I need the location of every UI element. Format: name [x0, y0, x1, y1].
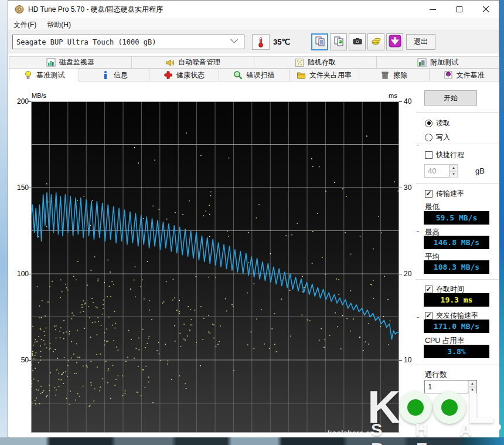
spin-up-icon[interactable]: ▲	[468, 381, 476, 387]
spin-down-icon[interactable]: ▼	[468, 387, 476, 393]
cpu-usage-value: 3.8%	[424, 345, 489, 358]
transfer-rate-label: 传输速率	[436, 189, 464, 199]
tab-label: 文件夹占用率	[309, 70, 352, 80]
tab-label: 随机存取	[308, 57, 336, 67]
drive-select[interactable]: Seagate BUP Ultra Touch (1000 gB)	[12, 35, 244, 49]
access-time-value: 19.3 ms	[424, 293, 489, 307]
passes-label: 通行数	[425, 370, 447, 380]
access-time-label: 存取时间	[436, 284, 464, 294]
short-stroke-option[interactable]: 快捷行程	[425, 150, 464, 159]
write-radio-label: 写入	[436, 133, 450, 142]
read-radio[interactable]	[425, 120, 433, 127]
access-time-option[interactable]: ✓ 存取时间	[425, 284, 464, 294]
tab-label: 文件基准	[457, 70, 485, 80]
minor-tick-mark	[417, 403, 419, 404]
tab-信息[interactable]: 信息	[79, 69, 149, 81]
short-stroke-checkbox[interactable]	[425, 151, 433, 159]
health-cross-icon	[164, 70, 173, 80]
chevron-down-icon	[230, 36, 238, 43]
minimize-button[interactable]	[420, 1, 446, 18]
passes-spinner[interactable]: 1 ▲▼	[424, 380, 477, 393]
avg-value: 108.3 MB/s	[424, 260, 489, 274]
titlebar[interactable]: HD Tune Pro 5.70 - 硬盘/固态硬盘实用程序	[8, 1, 499, 18]
tab-擦除[interactable]: 擦除	[359, 69, 429, 81]
right-axis-tick: 10	[404, 356, 420, 364]
separator	[416, 144, 499, 144]
tab-文件夹占用率[interactable]: 文件夹占用率	[290, 69, 359, 81]
spin-down-icon[interactable]: ▼	[449, 171, 458, 178]
menubar: 文件(F) 帮助(H)	[8, 18, 499, 31]
left-axis-tick: 200	[12, 97, 29, 106]
separator	[416, 365, 499, 365]
desktop-background-bottom	[0, 437, 504, 445]
tab-label: 健康状态	[176, 70, 205, 80]
tab-健康状态[interactable]: 健康状态	[149, 69, 219, 81]
download-button[interactable]	[386, 33, 403, 50]
tab-错误扫描[interactable]: 错误扫描	[219, 69, 289, 81]
tab-附加测试[interactable]: 附加测试	[377, 56, 499, 69]
separator	[416, 279, 499, 280]
minimize-icon	[430, 9, 436, 10]
left-axis-tick: 150	[12, 184, 29, 192]
max-value: 146.8 MB/s	[424, 236, 489, 249]
passes-value: 1	[425, 381, 468, 393]
right-axis-tick: 20	[404, 270, 420, 278]
file-benchmark-icon	[444, 70, 453, 80]
write-mode-option[interactable]: 写入	[425, 133, 450, 142]
folder-usage-icon	[297, 70, 306, 80]
spinner-arrows[interactable]: ▲▼	[449, 165, 458, 177]
hdd-app-icon	[15, 5, 24, 14]
tab-自动噪音管理[interactable]: 自动噪音管理	[132, 56, 254, 69]
menu-help[interactable]: 帮助(H)	[42, 18, 76, 31]
transfer-rate-checkbox[interactable]: ✓	[425, 190, 433, 198]
screenshot-camera-button[interactable]	[349, 33, 366, 50]
maximize-button[interactable]	[446, 1, 472, 18]
spin-up-icon[interactable]: ▲	[449, 165, 458, 171]
short-stroke-size-value: 40	[425, 165, 449, 177]
write-radio[interactable]	[425, 134, 433, 141]
access-time-checkbox[interactable]: ✓	[425, 286, 433, 293]
thermometer-icon	[257, 36, 264, 48]
right-axis-tick: 30	[404, 184, 420, 192]
burst-rate-checkbox[interactable]: ✓	[425, 312, 433, 320]
copy-image-button[interactable]	[330, 33, 347, 50]
tab-label: 擦除	[393, 70, 407, 80]
screenshot-camera-icon	[352, 36, 363, 48]
burst-rate-option[interactable]: ✓ 突发传输速率	[425, 311, 478, 320]
tab-文件基准[interactable]: 文件基准	[430, 69, 499, 81]
benchmark-bulb-icon	[23, 70, 33, 80]
burst-rate-value: 171.0 MB/s	[424, 320, 489, 333]
read-mode-option[interactable]: 读取	[425, 118, 450, 128]
tab-磁盘监视器[interactable]: 磁盘监视器	[9, 56, 132, 69]
logo-letter-o-green	[433, 391, 466, 424]
tab-label: 基准测试	[36, 70, 64, 80]
short-stroke-size-spinner[interactable]: 40 ▲▼	[424, 164, 458, 178]
disk-monitor-icon	[46, 58, 56, 67]
copy-image-icon	[333, 36, 344, 48]
start-button[interactable]: 开始	[424, 90, 477, 106]
window-title: HD Tune Pro 5.70 - 硬盘/固态硬盘实用程序	[28, 1, 163, 18]
copy-text-button[interactable]	[311, 33, 328, 50]
save-results-button[interactable]	[367, 33, 384, 50]
tab-基准测试[interactable]: 基准测试	[9, 68, 79, 82]
copy-text-icon	[315, 36, 325, 48]
screen: HD Tune Pro 5.70 - 硬盘/固态硬盘实用程序 文件(F) 帮助(…	[0, 0, 504, 445]
temperature-button[interactable]	[252, 34, 270, 50]
tick-mark	[399, 188, 402, 188]
tab-随机存取[interactable]: 随机存取	[254, 56, 377, 69]
short-stroke-label: 快捷行程	[436, 150, 464, 160]
tab-label: 错误扫描	[246, 70, 274, 80]
spinner-arrows[interactable]: ▲▼	[468, 381, 476, 393]
minor-tick-mark	[417, 317, 419, 318]
min-value: 59.5 MB/s	[424, 211, 489, 225]
erase-trash-icon	[380, 70, 390, 80]
random-access-icon	[295, 58, 304, 67]
desktop-background-left	[0, 0, 8, 445]
close-button[interactable]	[472, 1, 499, 18]
transfer-rate-option[interactable]: ✓ 传输速率	[425, 189, 464, 198]
temperature-value: 35℃	[273, 34, 290, 50]
noise-speaker-icon	[165, 58, 175, 67]
separator	[416, 183, 499, 184]
menu-file[interactable]: 文件(F)	[8, 18, 42, 31]
exit-button[interactable]: 退出	[406, 34, 435, 50]
